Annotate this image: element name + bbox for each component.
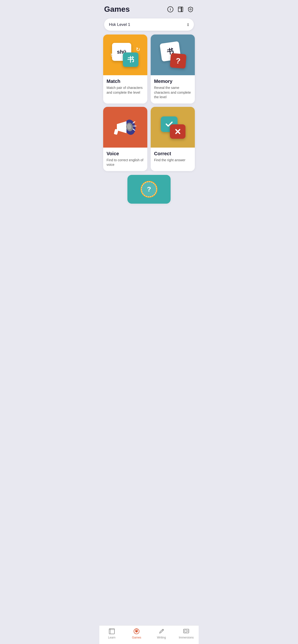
memory-card-content: Memory Reveal the same characters and co… xyxy=(151,75,195,104)
voice-description: Find to correct english of voice xyxy=(106,158,144,167)
match-teal-card: 书 xyxy=(123,52,138,67)
match-game-card[interactable]: ↺ shū ↻ 书 Match Match pair of characters… xyxy=(103,34,147,104)
correct-title: Correct xyxy=(154,151,192,156)
level-dropdown-wrapper: Hsk Level 1 Hsk Level 2 Hsk Level 3 ⇕ xyxy=(104,18,194,31)
partial-card-row: ? xyxy=(99,175,199,228)
match-description: Match pair of characters and complete th… xyxy=(106,86,144,95)
question-badge: ? xyxy=(140,181,158,198)
correct-description: Find the right answer xyxy=(154,158,192,163)
page-title: Games xyxy=(104,5,130,14)
svg-line-17 xyxy=(163,630,163,630)
book-icon[interactable] xyxy=(177,6,184,13)
nav-item-writing[interactable]: Writing xyxy=(149,628,174,639)
games-nav-icon xyxy=(133,628,140,635)
voice-card-content: Voice Find to correct english of voice xyxy=(103,148,147,171)
correct-card-content: Correct Find the right answer xyxy=(151,148,195,166)
immersions-nav-icon xyxy=(183,628,190,635)
nav-label-immersions: Immersions xyxy=(179,636,194,639)
memory-game-card[interactable]: 书 ? Memory Reveal the same characters an… xyxy=(151,34,195,104)
partial-card-image: ? xyxy=(127,175,171,204)
nav-label-writing: Writing xyxy=(157,636,166,639)
x-mark-icon xyxy=(174,127,182,136)
svg-rect-19 xyxy=(185,630,187,632)
level-dropdown[interactable]: Hsk Level 1 Hsk Level 2 Hsk Level 3 xyxy=(104,18,194,31)
nav-item-learn[interactable]: Learn xyxy=(99,628,124,639)
match-card-content: Match Match pair of characters and compl… xyxy=(103,75,147,99)
memory-icon-container: 书 ? xyxy=(157,40,188,69)
voice-game-card[interactable]: Voice Find to correct english of voice xyxy=(103,107,147,171)
svg-point-5 xyxy=(190,8,191,10)
question-mark: ? xyxy=(147,186,151,193)
svg-point-16 xyxy=(135,630,138,632)
match-icon-container: ↺ shū ↻ 书 xyxy=(111,42,140,68)
svg-rect-8 xyxy=(114,129,118,135)
book-nav-icon xyxy=(108,628,115,635)
nav-label-games: Games xyxy=(132,636,141,639)
correct-card-image xyxy=(151,107,195,148)
header: Games i xyxy=(99,0,199,16)
memory-card-image: 书 ? xyxy=(151,34,195,75)
nav-item-immersions[interactable]: Immersions xyxy=(174,628,199,639)
memory-description: Reveal the same characters and complete … xyxy=(154,86,192,100)
match-title: Match xyxy=(106,78,144,84)
games-grid: ↺ shū ↻ 书 Match Match pair of characters… xyxy=(99,34,199,175)
voice-title: Voice xyxy=(106,151,144,156)
header-icons: i xyxy=(167,6,194,13)
svg-text:i: i xyxy=(170,8,171,11)
shield-icon[interactable] xyxy=(187,6,194,13)
match-card-image: ↺ shū ↻ 书 xyxy=(103,34,147,75)
writing-nav-icon xyxy=(158,628,165,635)
megaphone-icon xyxy=(113,116,137,138)
correct-game-card[interactable]: Correct Find the right answer xyxy=(151,107,195,171)
memory-title: Memory xyxy=(154,78,192,84)
voice-card-image xyxy=(103,107,147,148)
level-selector-container: Hsk Level 1 Hsk Level 2 Hsk Level 3 ⇕ xyxy=(99,16,199,34)
correct-x-card xyxy=(170,124,186,139)
info-icon[interactable]: i xyxy=(167,6,174,13)
svg-marker-7 xyxy=(117,121,126,133)
bottom-navigation: Learn Games Writing xyxy=(99,625,199,644)
correct-icon-container xyxy=(160,115,186,139)
memory-red-card: ? xyxy=(170,53,187,68)
partial-game-card[interactable]: ? xyxy=(127,175,171,204)
nav-item-games[interactable]: Games xyxy=(124,628,149,639)
nav-label-learn: Learn xyxy=(108,636,115,639)
